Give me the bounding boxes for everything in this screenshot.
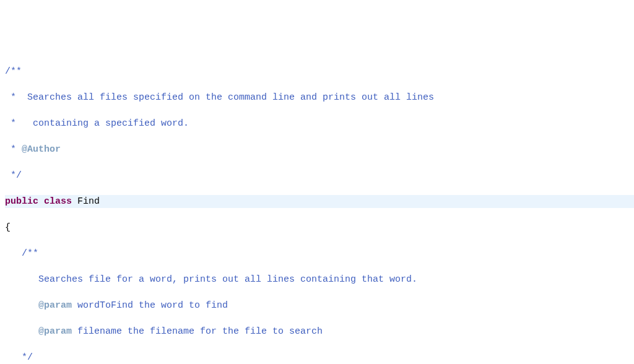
code-line: * Searches all files specified on the co… — [5, 91, 634, 104]
code-line: @param wordToFind the word to find — [5, 299, 634, 312]
javadoc-tag: @param — [38, 300, 72, 311]
javadoc-start: /** — [5, 66, 22, 77]
code-line: Searches file for a word, prints out all… — [5, 273, 634, 286]
javadoc-tag: @param — [38, 326, 72, 337]
code-line: @param filename the filename for the fil… — [5, 325, 634, 338]
javadoc-end: */ — [5, 170, 22, 181]
keyword: class — [44, 196, 72, 207]
javadoc-end: */ — [5, 352, 33, 363]
class-name: Find — [77, 196, 100, 207]
code-line: * @Author — [5, 143, 634, 156]
code-line: /** — [5, 65, 634, 78]
javadoc-start: /** — [5, 248, 38, 259]
javadoc-text: wordToFind the word to find — [72, 300, 228, 311]
code-line-highlighted: public class Find — [5, 195, 634, 208]
code-editor[interactable]: /** * Searches all files specified on th… — [0, 52, 634, 364]
javadoc-text: Searches file for a word, prints out all… — [38, 274, 417, 285]
javadoc-text: * containing a specified word. — [5, 118, 189, 129]
code-line: { — [5, 221, 634, 234]
code-line: * containing a specified word. — [5, 117, 634, 130]
code-line: */ — [5, 351, 634, 364]
javadoc-text: filename the filename for the file to se… — [72, 326, 323, 337]
javadoc-text: * Searches all files specified on the co… — [5, 92, 434, 103]
keyword: public — [5, 196, 38, 207]
brace: { — [5, 222, 11, 233]
javadoc-tag: @Author — [22, 144, 61, 155]
code-line: /** — [5, 247, 634, 260]
code-line: */ — [5, 169, 634, 182]
